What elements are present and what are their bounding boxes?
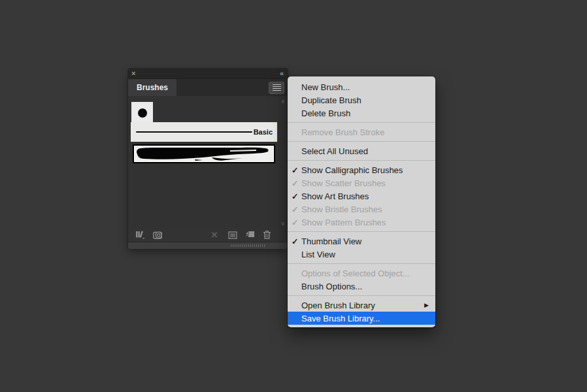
menu-item-save-brush-library[interactable]: ✓ Save Brush Library...	[288, 312, 435, 325]
panel-titlebar: × «	[128, 69, 288, 79]
menu-separator	[288, 160, 435, 161]
menu-separator	[288, 122, 435, 123]
checkmark-icon: ✓	[292, 191, 301, 201]
basic-brush-label: Basic	[254, 122, 273, 142]
submenu-arrow-icon: ▶	[424, 302, 429, 308]
tab-brushes-label: Brushes	[137, 83, 168, 92]
remove-brush-stroke-icon: ✕	[209, 230, 220, 240]
panel-footer-iconbar: ✕	[128, 229, 288, 241]
menu-item-remove-brush-stroke: ✓ Remove Brush Stroke	[288, 125, 435, 139]
menu-item-select-all-unused[interactable]: ✓ Select All Unused	[288, 144, 435, 157]
menu-item-show-art-brushes[interactable]: ✓ Show Art Brushes	[288, 189, 435, 203]
brushes-panel-menu: ✓ New Brush... ✓ Duplicate Brush ✓ Delet…	[288, 76, 435, 327]
menu-separator	[288, 141, 435, 142]
menu-item-options-of-selected-object: ✓ Options of Selected Object...	[288, 267, 435, 280]
menu-separator	[288, 295, 435, 296]
calligraphic-dot-thumbnail	[138, 108, 147, 118]
collapse-panel-icon[interactable]: «	[280, 69, 284, 78]
tab-brushes[interactable]: Brushes	[128, 79, 176, 96]
panel-menu-button[interactable]	[269, 82, 284, 94]
brush-list: Basic ∧ ∨	[128, 96, 288, 229]
menu-item-show-scatter-brushes: ✓ Show Scatter Brushes	[288, 176, 435, 189]
checkmark-icon: ✓	[292, 165, 301, 175]
panel-tab-row: Brushes	[128, 79, 288, 96]
menu-item-duplicate-brush[interactable]: ✓ Duplicate Brush	[288, 93, 435, 106]
options-of-selected-object-icon[interactable]	[227, 230, 238, 240]
art-brush-stroke-thumbnail	[135, 146, 272, 161]
new-brush-icon[interactable]	[245, 230, 256, 240]
basic-brush-line	[136, 131, 252, 133]
menu-item-show-calligraphic-brushes[interactable]: ✓ Show Calligraphic Brushes	[288, 163, 435, 176]
menu-item-new-brush[interactable]: ✓ New Brush...	[288, 80, 435, 93]
menu-item-show-bristle-brushes: ✓ Show Bristle Brushes	[288, 203, 435, 216]
resize-grip[interactable]	[231, 244, 265, 247]
brushes-panel: × « Brushes Basic ∧ ∨	[128, 69, 288, 248]
menu-item-show-pattern-brushes: ✓ Show Pattern Brushes	[288, 216, 435, 229]
menu-item-list-view[interactable]: ✓ List View	[288, 248, 435, 261]
scroll-up-icon[interactable]: ∧	[280, 99, 285, 105]
brush-item-art-selected[interactable]	[133, 144, 275, 163]
menu-separator	[288, 263, 435, 264]
menu-item-thumbnail-view[interactable]: ✓ Thumbnail View	[288, 235, 435, 248]
menu-item-brush-options[interactable]: ✓ Brush Options...	[288, 280, 435, 293]
menu-item-open-brush-library[interactable]: ✓ Open Brush Library ▶	[288, 299, 435, 312]
checkmark-icon: ✓	[292, 178, 301, 188]
brush-item-basic[interactable]: Basic	[131, 122, 277, 142]
libraries-panel-icon[interactable]	[153, 230, 163, 240]
menu-item-delete-brush[interactable]: ✓ Delete Brush	[288, 106, 435, 120]
checkmark-icon: ✓	[292, 237, 301, 246]
panel-bottom-edge	[128, 242, 288, 249]
checkmark-icon: ✓	[292, 204, 301, 214]
checkmark-icon: ✓	[292, 218, 301, 227]
scroll-down-icon[interactable]: ∨	[280, 221, 285, 227]
delete-brush-icon[interactable]	[261, 230, 272, 240]
panel-menu-icon	[273, 84, 281, 91]
brush-item-calligraphic[interactable]	[131, 102, 153, 123]
menu-separator	[288, 231, 435, 232]
brush-libraries-menu-icon[interactable]	[135, 230, 145, 240]
close-icon[interactable]: ×	[131, 69, 135, 78]
